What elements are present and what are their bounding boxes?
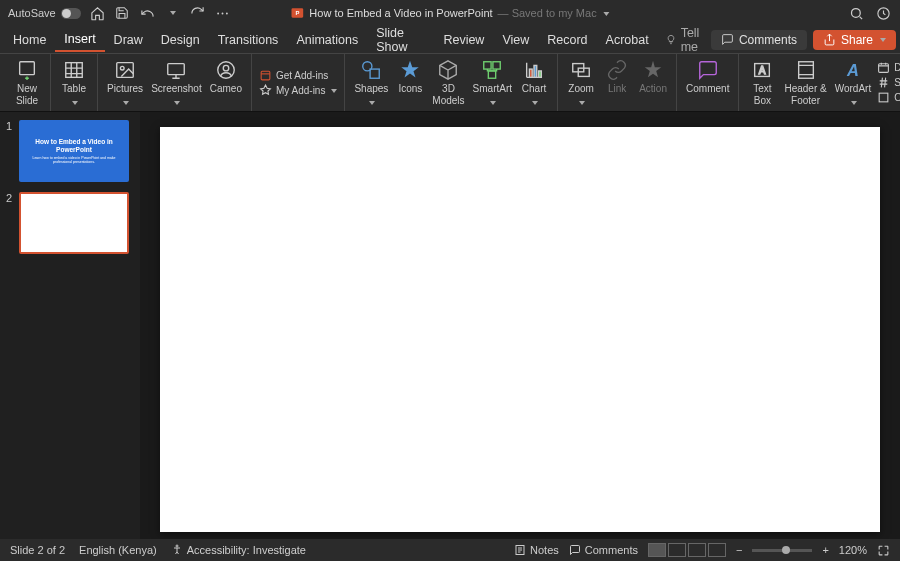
home-icon[interactable]: [89, 5, 106, 22]
new-slide-label: New Slide: [16, 83, 38, 106]
accessibility-icon: [171, 544, 183, 556]
history-icon[interactable]: [875, 5, 892, 22]
chevron-down-icon: [121, 97, 129, 109]
thumbnail-slide-2[interactable]: [19, 192, 129, 254]
reading-view-button[interactable]: [688, 543, 706, 557]
search-icon[interactable]: [848, 5, 865, 22]
pictures-button[interactable]: Pictures: [103, 57, 147, 110]
tab-draw[interactable]: Draw: [105, 29, 152, 51]
tab-acrobat[interactable]: Acrobat: [597, 29, 658, 51]
comment-icon: [721, 33, 734, 46]
object-button[interactable]: Object: [877, 91, 900, 104]
thumbnail-slide-1[interactable]: How to Embed a Video in PowerPoint Learn…: [19, 120, 129, 182]
tab-review[interactable]: Review: [434, 29, 493, 51]
slide-canvas[interactable]: [160, 127, 880, 532]
tab-view[interactable]: View: [493, 29, 538, 51]
title-dropdown-icon[interactable]: [602, 7, 610, 19]
tab-transitions[interactable]: Transitions: [209, 29, 288, 51]
date-time-button[interactable]: Date & Time: [877, 61, 900, 74]
tab-home[interactable]: Home: [4, 29, 55, 51]
redo-icon[interactable]: [189, 5, 206, 22]
shapes-button[interactable]: Shapes: [350, 57, 392, 110]
tell-me-label: Tell me: [681, 26, 711, 54]
fit-button[interactable]: [877, 544, 890, 557]
svg-rect-22: [539, 71, 542, 77]
zoom-slider[interactable]: [752, 549, 812, 552]
save-icon[interactable]: [114, 5, 131, 22]
link-button[interactable]: Link: [599, 57, 635, 97]
comment-button[interactable]: Comment: [682, 57, 733, 97]
get-addins-button[interactable]: Get Add-ins: [259, 69, 337, 82]
more-icon[interactable]: [214, 5, 231, 22]
chart-button[interactable]: Chart: [516, 57, 552, 110]
textbox-icon: A: [751, 59, 773, 81]
notes-toggle[interactable]: Notes: [514, 544, 559, 556]
zoom-in-button[interactable]: +: [822, 544, 828, 556]
icons-label: Icons: [398, 83, 422, 95]
autosave-toggle[interactable]: AutoSave: [8, 7, 81, 19]
header-footer-icon: [795, 59, 817, 81]
svg-point-10: [120, 66, 124, 70]
smartart-button[interactable]: SmartArt: [469, 57, 516, 110]
chevron-down-icon: [367, 97, 375, 109]
accessibility-indicator[interactable]: Accessibility: Investigate: [171, 544, 306, 556]
tab-insert[interactable]: Insert: [55, 28, 104, 52]
language-indicator[interactable]: English (Kenya): [79, 544, 157, 556]
slide-indicator[interactable]: Slide 2 of 2: [10, 544, 65, 556]
zoom-value[interactable]: 120%: [839, 544, 867, 556]
tab-record[interactable]: Record: [538, 29, 596, 51]
ribbon-tabs: Home Insert Draw Design Transitions Anim…: [0, 26, 900, 54]
store-icon: [259, 69, 272, 82]
comments-toggle[interactable]: Comments: [569, 544, 638, 556]
undo-dropdown-icon[interactable]: [164, 5, 181, 22]
my-addins-button[interactable]: My Add-ins: [259, 84, 337, 97]
zoom-icon: [570, 59, 592, 81]
tab-slideshow[interactable]: Slide Show: [367, 22, 434, 58]
text-box-button[interactable]: A Text Box: [744, 57, 780, 108]
action-button[interactable]: Action: [635, 57, 671, 97]
svg-point-5: [852, 8, 861, 17]
wordart-button[interactable]: A WordArt: [831, 57, 876, 110]
group-slides: New Slide: [4, 54, 51, 111]
tab-animations[interactable]: Animations: [287, 29, 367, 51]
thumb-2[interactable]: 2: [6, 192, 134, 254]
share-icon: [823, 33, 836, 46]
screenshot-button[interactable]: Screenshot: [147, 57, 206, 110]
undo-icon[interactable]: [139, 5, 156, 22]
slideshow-view-button[interactable]: [708, 543, 726, 557]
comments-button[interactable]: Comments: [711, 30, 807, 50]
new-slide-icon: [16, 59, 38, 81]
toggle-icon[interactable]: [61, 8, 81, 19]
pictures-label: Pictures: [107, 83, 143, 95]
slide-number-button[interactable]: Slide Number: [877, 76, 900, 89]
icons-button[interactable]: Icons: [392, 57, 428, 97]
header-footer-button[interactable]: Header & Footer: [780, 57, 830, 108]
zoom-label: Zoom: [568, 83, 594, 95]
canvas-wrap: [140, 112, 900, 539]
svg-rect-18: [493, 62, 500, 69]
tell-me[interactable]: Tell me: [666, 26, 711, 54]
svg-rect-11: [168, 64, 185, 75]
share-label: Share: [841, 33, 873, 47]
zoom-button[interactable]: Zoom: [563, 57, 599, 110]
slide-number-label: Slide Number: [894, 77, 900, 88]
smartart-icon: [481, 59, 503, 81]
autosave-label: AutoSave: [8, 7, 56, 19]
notes-label: Notes: [530, 544, 559, 556]
group-text: A Text Box Header & Footer A WordArt Dat…: [739, 54, 900, 111]
normal-view-button[interactable]: [648, 543, 666, 557]
thumb-number: 2: [6, 192, 14, 254]
shapes-label: Shapes: [354, 83, 388, 95]
cameo-button[interactable]: Cameo: [206, 57, 246, 97]
share-button[interactable]: Share: [813, 30, 896, 50]
tab-design[interactable]: Design: [152, 29, 209, 51]
sorter-view-button[interactable]: [668, 543, 686, 557]
slide-panel[interactable]: 1 How to Embed a Video in PowerPoint Lea…: [0, 112, 140, 539]
thumb-1[interactable]: 1 How to Embed a Video in PowerPoint Lea…: [6, 120, 134, 182]
status-right: Notes Comments − + 120%: [514, 543, 890, 557]
table-button[interactable]: Table: [56, 57, 92, 110]
svg-rect-17: [484, 62, 491, 69]
zoom-out-button[interactable]: −: [736, 544, 742, 556]
chevron-down-icon: [329, 85, 337, 96]
object-label: Object: [894, 92, 900, 103]
